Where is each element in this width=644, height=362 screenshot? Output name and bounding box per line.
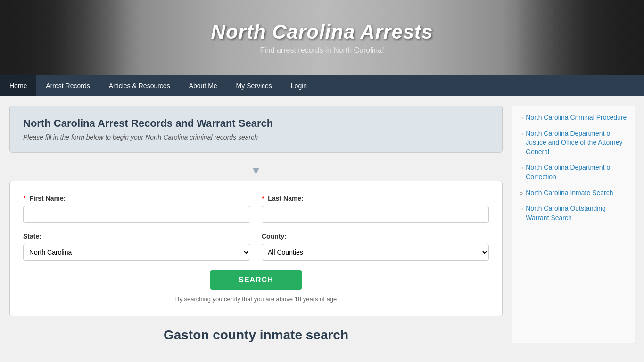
- name-row: * First Name: * Last Name:: [23, 195, 489, 223]
- nav-arrest-records[interactable]: Arrest Records: [36, 75, 99, 96]
- sidebar-link-nc-inmate[interactable]: North Carolina Inmate Search: [526, 189, 613, 198]
- bullet-icon: ○: [520, 131, 523, 137]
- nav-services[interactable]: My Services: [227, 75, 281, 96]
- nav-login[interactable]: Login: [281, 75, 316, 96]
- main-layout: North Carolina Arrest Records and Warran…: [0, 96, 644, 352]
- last-name-label: * Last Name:: [262, 195, 489, 202]
- bullet-icon: ○: [520, 206, 523, 212]
- state-label: State:: [23, 232, 250, 240]
- sidebar-item-nc-warrant: ○ North Carolina Outstanding Warrant Sea…: [520, 204, 627, 222]
- site-title: North Carolina Arrests: [211, 21, 433, 43]
- state-select[interactable]: North Carolina: [23, 244, 250, 261]
- search-disclaimer: By searching you certify that you are ab…: [23, 296, 489, 303]
- first-name-group: * First Name:: [23, 195, 250, 223]
- site-subtitle: Find arrest records in North Carolina!: [211, 46, 433, 55]
- sidebar-link-nc-criminal-procedure[interactable]: North Carolina Criminal Procedure: [526, 113, 627, 123]
- main-nav: Home Arrest Records Articles & Resources…: [0, 75, 644, 96]
- first-name-input[interactable]: [23, 206, 250, 223]
- search-box-subtitle: Please fill in the form below to begin y…: [23, 133, 489, 141]
- search-button[interactable]: SEARCH: [210, 270, 302, 290]
- header-hands-right: [503, 0, 644, 75]
- content-area: North Carolina Arrest Records and Warran…: [9, 106, 503, 343]
- search-box-title: North Carolina Arrest Records and Warran…: [23, 117, 489, 130]
- sidebar-item-nc-doc: ○ North Carolina Department of Correctio…: [520, 163, 627, 181]
- search-arrow: ▼: [9, 164, 503, 177]
- sidebar: ○ North Carolina Criminal Procedure ○ No…: [512, 106, 635, 343]
- state-group: State: North Carolina: [23, 232, 250, 261]
- county-label: County:: [262, 232, 489, 240]
- last-name-input[interactable]: [262, 206, 489, 223]
- first-name-required: *: [23, 195, 25, 202]
- nav-articles[interactable]: Articles & Resources: [99, 75, 180, 96]
- nav-home[interactable]: Home: [0, 75, 36, 96]
- section-title: Gaston county inmate search: [9, 328, 503, 343]
- sidebar-item-nc-doj: ○ North Carolina Department of Justice a…: [520, 129, 627, 157]
- first-name-label: * First Name:: [23, 195, 250, 202]
- sidebar-item-nc-criminal-procedure: ○ North Carolina Criminal Procedure: [520, 113, 627, 123]
- location-row: State: North Carolina County: All Counti…: [23, 232, 489, 261]
- sidebar-link-nc-doc[interactable]: North Carolina Department of Correction: [526, 163, 627, 181]
- nav-about[interactable]: About Me: [180, 75, 227, 96]
- sidebar-link-nc-doj[interactable]: North Carolina Department of Justice and…: [526, 129, 627, 157]
- bullet-icon: ○: [520, 115, 523, 121]
- sidebar-link-nc-warrant[interactable]: North Carolina Outstanding Warrant Searc…: [526, 204, 627, 222]
- search-btn-wrap: SEARCH: [23, 270, 489, 290]
- last-name-required: *: [262, 195, 264, 202]
- header-hands-left: [0, 0, 141, 75]
- search-description-box: North Carolina Arrest Records and Warran…: [9, 106, 503, 153]
- county-select[interactable]: All Counties: [262, 244, 489, 261]
- sidebar-links: ○ North Carolina Criminal Procedure ○ No…: [520, 113, 627, 222]
- site-header: North Carolina Arrests Find arrest recor…: [0, 0, 644, 75]
- bullet-icon: ○: [520, 165, 523, 171]
- search-form-container: * First Name: * Last Name: State:: [9, 181, 503, 316]
- bullet-icon: ○: [520, 190, 523, 197]
- header-content: North Carolina Arrests Find arrest recor…: [211, 21, 433, 55]
- last-name-group: * Last Name:: [262, 195, 489, 223]
- sidebar-item-nc-inmate: ○ North Carolina Inmate Search: [520, 189, 627, 198]
- county-group: County: All Counties: [262, 232, 489, 261]
